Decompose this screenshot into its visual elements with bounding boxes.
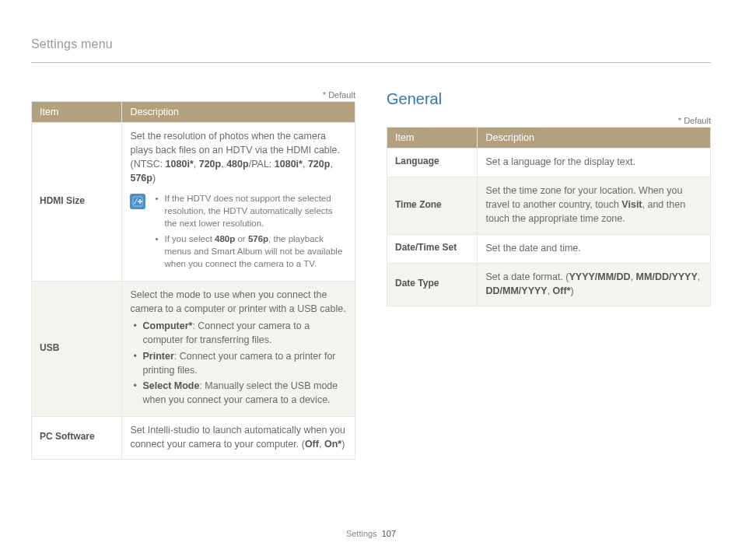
desc-text: Set a date format. (	[485, 271, 569, 282]
table-header-row: Item Description	[387, 128, 711, 149]
table-row: USB Select the mode to use when you conn…	[32, 282, 355, 417]
option-name: Printer	[142, 351, 173, 362]
row-desc: Set the time zone for your location. Whe…	[478, 177, 711, 234]
table-row: Time Zone Set the time zone for your loc…	[387, 177, 711, 234]
row-item: USB	[32, 282, 122, 417]
row-item: Date/Time Set	[387, 234, 478, 263]
desc-text: )	[341, 439, 345, 450]
note-box: If the HDTV does not support the selecte…	[130, 192, 347, 274]
col-desc: Description	[122, 102, 355, 123]
footer-section: Settings	[346, 529, 377, 538]
option-name: YYYY/MM/DD	[569, 271, 630, 282]
right-column: General * Default Item Description Langu…	[387, 87, 711, 460]
option-list: Computer*: Connect your camera to a comp…	[130, 319, 347, 407]
footer-page: 107	[382, 529, 396, 538]
row-item: Date Type	[387, 263, 478, 306]
page-header-title: Settings menu	[31, 37, 113, 51]
col-desc: Description	[478, 128, 711, 149]
page-header: Settings menu	[31, 37, 711, 69]
mode: 1080i*	[275, 159, 303, 170]
desc-text: )	[152, 173, 156, 184]
row-item: HDMI Size	[32, 123, 122, 282]
option-name: Off	[305, 439, 319, 450]
table-header-row: Item Description	[32, 102, 355, 123]
header-rule	[31, 62, 711, 63]
note-icon	[130, 194, 145, 209]
content-columns: * Default Item Description HDMI Size Set…	[31, 87, 711, 460]
mode: 480p	[215, 234, 235, 243]
right-table: Item Description Language Set a language…	[387, 127, 711, 306]
row-item: Language	[387, 149, 478, 177]
table-row: Language Set a language for the display …	[387, 149, 711, 177]
table-row: HDMI Size Set the resolution of photos w…	[32, 123, 355, 282]
desc-text: /PAL:	[249, 159, 275, 170]
option-name: DD/MM/YYYY	[485, 285, 547, 296]
option-name: MM/DD/YYYY	[636, 271, 698, 282]
col-item: Item	[32, 102, 122, 123]
note-item: If the HDTV does not support the selecte…	[155, 192, 347, 229]
desc-text: )	[571, 285, 574, 296]
default-note-left: * Default	[31, 90, 355, 100]
note-list: If the HDTV does not support the selecte…	[152, 192, 347, 274]
section-title: General	[387, 90, 711, 108]
default-note-right: * Default	[387, 116, 711, 125]
table-row: Date Type Set a date format. (YYYY/MM/DD…	[387, 263, 711, 306]
mode: 576p	[248, 234, 268, 243]
row-desc: Set the date and time.	[478, 234, 711, 263]
option-name: On*	[324, 439, 341, 450]
row-desc: Set the resolution of photos when the ca…	[122, 123, 355, 282]
row-item: PC Software	[32, 417, 122, 460]
option-name: Computer*	[142, 320, 192, 331]
left-table: Item Description HDMI Size Set the resol…	[31, 101, 355, 460]
note-item: If you select 480p or 576p, the playback…	[155, 233, 347, 270]
row-desc: Select the mode to use when you connect …	[122, 282, 355, 417]
table-row: PC Software Set Intelli-studio to launch…	[32, 417, 355, 460]
left-column: * Default Item Description HDMI Size Set…	[31, 87, 355, 460]
mode: 1080i*	[166, 159, 194, 170]
option-item: Computer*: Connect your camera to a comp…	[133, 319, 347, 347]
row-desc: Set a date format. (YYYY/MM/DD, MM/DD/YY…	[478, 263, 711, 306]
mode: 576p	[130, 173, 152, 184]
table-row: Date/Time Set Set the date and time.	[387, 234, 711, 263]
mode: 480p	[226, 159, 249, 170]
row-item: Time Zone	[387, 177, 478, 234]
page-footer: Settings 107	[0, 529, 742, 538]
col-item: Item	[387, 128, 478, 149]
mode: 720p	[199, 159, 222, 170]
option-name: Select Mode	[142, 380, 199, 391]
row-desc: Set a language for the display text.	[478, 149, 711, 177]
option-item: Select Mode: Manually select the USB mod…	[133, 379, 347, 407]
row-desc: Set Intelli-studio to launch automatical…	[122, 417, 355, 460]
bold-term: Visit	[621, 199, 642, 210]
option-item: Printer: Connect your camera to a printe…	[133, 349, 347, 377]
mode: 720p	[308, 159, 331, 170]
option-name: Off*	[553, 285, 571, 296]
desc-text: Select the mode to use when you connect …	[130, 289, 345, 314]
